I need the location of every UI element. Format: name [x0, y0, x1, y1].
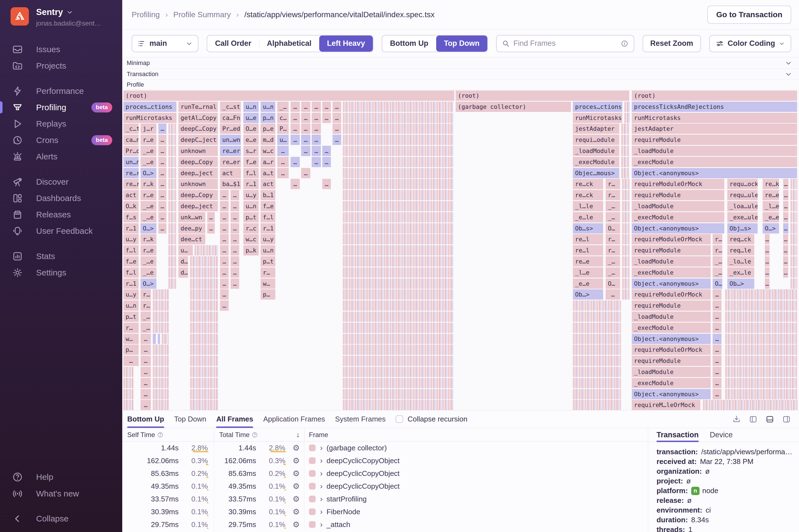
profile-strip[interactable]: Profile	[122, 80, 799, 90]
flame-frame[interactable]	[343, 356, 453, 366]
flame-frame[interactable]	[190, 367, 218, 377]
flame-frame[interactable]: …	[230, 190, 239, 200]
flame-frame[interactable]: …	[159, 223, 166, 233]
flame-frame[interactable]: r…1	[261, 223, 275, 233]
flame-frame[interactable]	[343, 146, 453, 156]
table-row[interactable]: 162.06ms0.3%162.06ms0.3%⚙›deepCyclicCopy…	[122, 454, 648, 467]
flame-frame[interactable]: un…n	[123, 157, 138, 167]
flame-frame[interactable]: Ob…>	[727, 279, 754, 289]
flame-frame[interactable]: …	[312, 157, 321, 167]
flame-frame[interactable]: …	[220, 212, 229, 223]
flame-frame[interactable]: requ…ule	[727, 190, 758, 200]
flame-frame[interactable]	[158, 334, 160, 344]
flame-frame[interactable]: m…d	[261, 135, 275, 145]
flame-frame[interactable]: p…	[123, 345, 138, 355]
flame-frame[interactable]	[621, 146, 630, 156]
search-input[interactable]	[514, 39, 617, 48]
flame-frame[interactable]	[621, 168, 630, 178]
flame-frame[interactable]: a…t	[261, 168, 275, 178]
flame-frame[interactable]: f…l	[123, 267, 138, 278]
flame-frame[interactable]: _…e	[141, 146, 156, 156]
flame-frame[interactable]	[194, 245, 218, 255]
flame-frame[interactable]	[168, 267, 176, 278]
flame-frame[interactable]: _execModule	[632, 212, 724, 223]
flame-frame[interactable]: r…	[141, 300, 151, 311]
flame-frame[interactable]: …	[291, 179, 300, 189]
sidebar-item-issues[interactable]: Issues	[0, 41, 122, 57]
flame-frame[interactable]	[725, 300, 798, 311]
flame-frame[interactable]: Object.<anonymous>	[632, 334, 711, 344]
flame-frame[interactable]: _loadModule	[632, 256, 711, 267]
flame-frame[interactable]: _…e	[141, 201, 156, 211]
flame-frame[interactable]: …	[220, 190, 229, 200]
flame-frame[interactable]	[622, 245, 630, 255]
flame-frame[interactable]: …	[301, 113, 310, 123]
color-coding-button[interactable]: Color Coding	[709, 35, 791, 52]
flame-frame[interactable]	[190, 323, 218, 333]
sort-option-left-heavy[interactable]: Left Heavy	[319, 36, 373, 52]
flame-frame[interactable]	[622, 179, 630, 189]
flame-frame[interactable]: …	[159, 157, 166, 167]
flame-frame[interactable]: r…	[606, 245, 620, 255]
frame-settings-gear-icon[interactable]: ⚙	[285, 507, 300, 516]
flame-frame[interactable]: c…	[277, 113, 289, 123]
flame-frame[interactable]: requireModuleOrMock	[632, 234, 711, 244]
breadcrumb-item[interactable]: Profile Summary	[173, 10, 231, 19]
flame-frame[interactable]: p…k	[243, 245, 259, 255]
flame-frame[interactable]: O…>	[141, 168, 156, 178]
flame-frame[interactable]: u…y	[123, 289, 138, 300]
tab-bottom-up[interactable]: Bottom Up	[127, 411, 164, 428]
flame-frame[interactable]	[190, 267, 218, 278]
flame-frame[interactable]	[190, 300, 218, 311]
flame-frame[interactable]: r…	[141, 289, 151, 300]
flame-frame[interactable]	[153, 289, 169, 300]
flame-frame[interactable]	[622, 267, 630, 278]
flame-frame[interactable]: Object.<anonymous>	[632, 223, 724, 233]
flame-frame[interactable]: runTe…rnal	[178, 102, 218, 112]
flame-frame[interactable]: Pr…d	[123, 146, 138, 156]
table-row[interactable]: 85.63ms0.2%85.63ms0.2%⚙›deepCyclicCopyOb…	[122, 467, 648, 480]
flame-frame[interactable]: u…	[277, 135, 289, 145]
flame-frame[interactable]	[791, 201, 797, 211]
flame-frame[interactable]: …	[312, 146, 321, 156]
flame-frame[interactable]: _…	[712, 267, 722, 278]
flame-frame[interactable]	[573, 356, 621, 366]
flame-frame[interactable]	[190, 400, 218, 410]
flame-frame[interactable]: Objec…mous>	[573, 168, 619, 178]
sidebar-item-releases[interactable]: Releases	[0, 206, 122, 223]
flame-frame[interactable]	[153, 323, 169, 333]
chevron-down-icon[interactable]	[785, 71, 792, 77]
flame-frame[interactable]: …	[230, 256, 239, 267]
flame-frame[interactable]: re…k	[763, 179, 779, 189]
tab-system-frames[interactable]: System Frames	[335, 411, 386, 428]
checkbox-icon[interactable]	[396, 415, 403, 423]
flame-frame[interactable]: (root)	[456, 91, 629, 101]
flame-frame[interactable]: _lo…le	[727, 256, 754, 267]
flame-frame[interactable]: …	[159, 212, 166, 223]
flame-frame[interactable]: s…r	[243, 146, 259, 156]
frame-settings-gear-icon[interactable]: ⚙	[285, 456, 300, 466]
flame-frame[interactable]: _…e	[141, 212, 156, 223]
flame-frame[interactable]	[343, 311, 453, 322]
flame-frame[interactable]	[573, 367, 621, 377]
flame-frame[interactable]: _execModule	[632, 157, 797, 167]
flame-frame[interactable]: r…e	[141, 190, 156, 200]
flame-frame[interactable]: r…	[606, 179, 620, 189]
flame-frame[interactable]	[153, 389, 169, 399]
flame-frame[interactable]: requireModule	[632, 300, 711, 311]
flame-frame[interactable]	[343, 168, 453, 178]
sort-option-alphabetical[interactable]: Alphabetical	[259, 36, 319, 52]
flame-frame[interactable]	[343, 323, 453, 333]
transaction-strip[interactable]: Transaction	[122, 69, 799, 80]
flame-frame[interactable]	[791, 179, 797, 189]
flame-frame[interactable]: …	[220, 267, 229, 278]
flame-frame[interactable]	[791, 212, 797, 223]
flame-frame[interactable]: …	[783, 223, 788, 233]
flame-frame[interactable]	[573, 311, 621, 322]
flame-frame[interactable]: re…e	[763, 190, 779, 200]
minimap-strip[interactable]: Minimap	[122, 57, 799, 69]
expand-chevron-icon[interactable]: ›	[320, 469, 322, 478]
flame-frame[interactable]: …	[123, 356, 138, 366]
flame-frame[interactable]: …	[277, 168, 289, 178]
flame-frame[interactable]: …	[220, 256, 229, 267]
